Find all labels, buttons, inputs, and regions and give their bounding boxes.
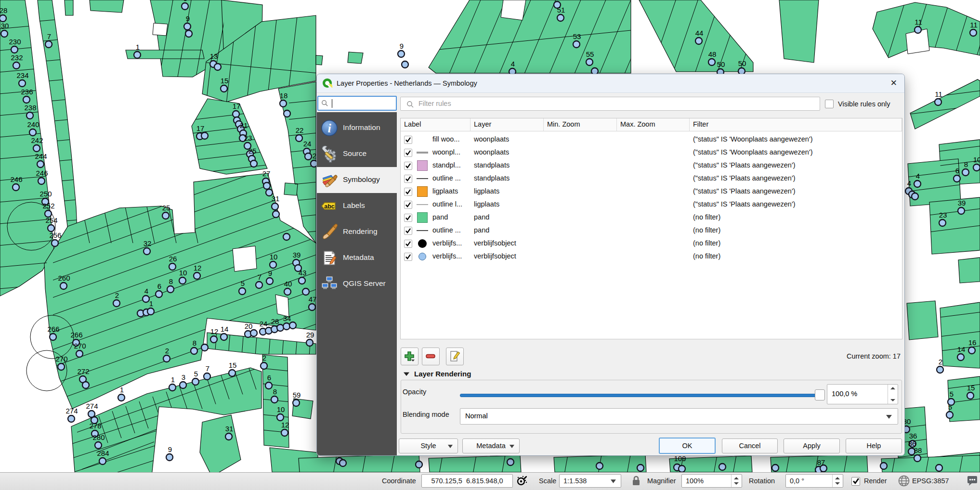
svg-text:12: 12 [194, 264, 202, 272]
svg-text:10: 10 [277, 405, 285, 413]
svg-text:39: 39 [958, 199, 966, 207]
svg-text:11: 11 [935, 90, 942, 98]
svg-text:8: 8 [273, 387, 277, 396]
svg-text:274: 274 [65, 407, 78, 415]
svg-text:5: 5 [948, 403, 952, 411]
svg-text:9: 9 [268, 269, 272, 277]
svg-text:4: 4 [144, 287, 148, 295]
svg-text:36: 36 [909, 432, 917, 440]
svg-text:21: 21 [240, 121, 248, 129]
svg-text:234: 234 [16, 71, 28, 79]
svg-text:4: 4 [916, 172, 920, 180]
svg-text:12: 12 [210, 327, 219, 335]
svg-text:48: 48 [708, 50, 717, 58]
svg-text:47: 47 [309, 295, 317, 303]
svg-text:5: 5 [950, 390, 954, 398]
svg-text:34: 34 [283, 314, 291, 322]
svg-text:232: 232 [11, 53, 23, 62]
svg-text:26: 26 [169, 255, 177, 263]
svg-text:32: 32 [144, 239, 152, 247]
svg-text:266: 266 [70, 331, 82, 339]
svg-text:31: 31 [272, 194, 280, 203]
svg-text:11: 11 [915, 18, 922, 26]
svg-text:9: 9 [186, 14, 190, 23]
svg-text:25: 25 [162, 204, 170, 212]
svg-text:4: 4 [907, 179, 911, 187]
svg-text:280: 280 [92, 433, 105, 441]
svg-text:17: 17 [196, 124, 205, 132]
svg-text:50: 50 [738, 59, 746, 67]
svg-text:4: 4 [511, 60, 515, 68]
svg-text:28: 28 [271, 317, 279, 325]
svg-text:274: 274 [86, 402, 98, 410]
svg-text:43: 43 [299, 269, 307, 277]
svg-text:15: 15 [967, 384, 975, 392]
svg-text:9: 9 [168, 445, 172, 453]
svg-text:31: 31 [225, 425, 234, 433]
svg-text:260: 260 [58, 274, 70, 282]
svg-text:25: 25 [248, 147, 257, 155]
svg-text:9: 9 [400, 42, 404, 50]
svg-text:23: 23 [244, 134, 252, 142]
svg-text:abc: abc [324, 203, 335, 210]
svg-text:24: 24 [260, 320, 268, 328]
svg-text:14: 14 [957, 345, 966, 353]
svg-text:87: 87 [817, 458, 825, 466]
svg-text:28: 28 [0, 6, 7, 14]
svg-text:272: 272 [77, 367, 89, 375]
svg-text:53: 53 [573, 32, 581, 40]
svg-text:250: 250 [39, 190, 52, 198]
svg-text:88: 88 [914, 446, 922, 454]
svg-text:238: 238 [24, 103, 36, 112]
svg-text:23: 23 [939, 211, 947, 219]
svg-text:284: 284 [97, 449, 109, 457]
svg-text:17: 17 [233, 102, 241, 110]
svg-text:7: 7 [206, 364, 209, 373]
svg-text:278: 278 [89, 422, 101, 430]
svg-text:236: 236 [21, 88, 33, 96]
svg-text:246: 246 [36, 169, 48, 177]
svg-text:2: 2 [939, 358, 942, 366]
svg-text:230: 230 [9, 38, 21, 46]
svg-text:8: 8 [169, 277, 173, 285]
svg-text:2: 2 [313, 152, 316, 160]
svg-text:242: 242 [31, 136, 43, 144]
svg-text:i: i [327, 121, 331, 135]
svg-text:9: 9 [183, 0, 187, 2]
svg-text:30: 30 [1, 22, 9, 30]
svg-text:16: 16 [968, 338, 977, 347]
svg-text:5: 5 [241, 279, 245, 287]
svg-text:20: 20 [245, 322, 253, 330]
svg-text:10: 10 [270, 253, 278, 261]
svg-text:8: 8 [193, 339, 196, 347]
svg-text:18: 18 [280, 91, 288, 100]
svg-text:8: 8 [964, 160, 968, 168]
svg-text:22: 22 [296, 126, 304, 134]
svg-text:7: 7 [258, 273, 261, 281]
svg-text:1: 1 [171, 375, 175, 384]
svg-text:11: 11 [970, 21, 978, 29]
svg-text:266: 266 [47, 325, 59, 333]
svg-text:27: 27 [262, 169, 271, 178]
svg-text:14: 14 [221, 325, 229, 333]
svg-text:39: 39 [293, 251, 301, 259]
svg-text:246: 246 [10, 175, 22, 183]
svg-text:29: 29 [306, 331, 314, 339]
svg-text:270: 270 [55, 355, 67, 363]
svg-text:270: 270 [74, 342, 86, 350]
svg-text:1: 1 [120, 386, 124, 394]
svg-text:15: 15 [221, 77, 229, 85]
svg-text:15: 15 [229, 361, 237, 369]
svg-text:6: 6 [267, 374, 271, 382]
svg-text:40: 40 [284, 280, 292, 288]
svg-text:7: 7 [47, 32, 51, 40]
svg-text:10: 10 [179, 269, 187, 277]
svg-text:3: 3 [182, 373, 185, 381]
svg-text:55: 55 [586, 50, 594, 58]
svg-text:24: 24 [303, 140, 312, 148]
svg-text:256: 256 [49, 231, 61, 239]
svg-text:252: 252 [42, 202, 54, 210]
svg-text:44: 44 [695, 29, 704, 37]
svg-text:6: 6 [157, 282, 161, 290]
svg-text:244: 244 [35, 152, 47, 160]
